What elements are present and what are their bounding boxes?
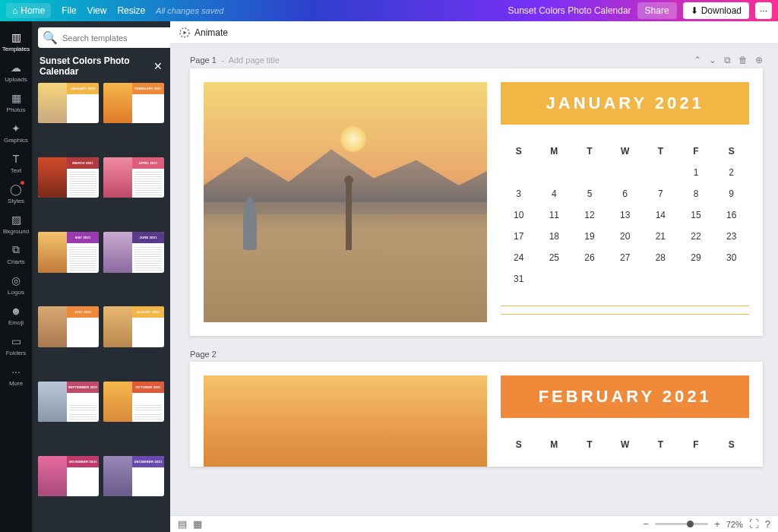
page-2[interactable]: FEBRUARY 2021 SMTWTFS xyxy=(190,362,763,467)
download-button[interactable]: ⬇ Download xyxy=(683,2,749,19)
templates-panel: 🔍 ☰ Sunset Colors Photo Calendar ✕ JANUA… xyxy=(32,21,170,532)
zoom-slider[interactable] xyxy=(655,523,708,525)
template-thumb-11[interactable]: NOVEMBER 2021 xyxy=(38,456,99,496)
calendar-header-jan[interactable]: JANUARY 2021 xyxy=(501,82,749,125)
menu-resize[interactable]: Resize xyxy=(117,5,145,16)
page-1[interactable]: JANUARY 2021 SMTWTFS12345678910111213141… xyxy=(190,68,763,336)
template-thumb-2[interactable]: FEBRUARY 2021 xyxy=(103,83,164,123)
document-name[interactable]: Sunset Colors Photo Calendar xyxy=(508,5,631,16)
animate-button[interactable]: Animate xyxy=(179,27,228,38)
animate-icon xyxy=(179,27,190,38)
logos-icon: ◎ xyxy=(9,274,23,287)
template-thumb-9[interactable]: SEPTEMBER 2021 xyxy=(38,382,99,422)
page-2-calendar[interactable]: FEBRUARY 2021 SMTWTFS xyxy=(501,375,749,467)
rail-item-uploads[interactable]: ☁Uploads xyxy=(0,56,32,87)
page-collapse-icon[interactable]: ⌃ xyxy=(694,55,701,65)
fullscreen-icon[interactable]: ⛶ xyxy=(749,518,759,530)
rail-label: Emoji xyxy=(8,319,24,326)
template-thumb-10[interactable]: OCTOBER 2021 xyxy=(103,382,164,422)
day-cell: 13 xyxy=(607,210,643,220)
template-thumb-8[interactable]: AUGUST 2021 xyxy=(103,306,164,347)
template-thumb-12[interactable]: DECEMBER 2021 xyxy=(103,456,164,496)
day-cell: 12 xyxy=(572,210,608,220)
calendar-notes-jan[interactable] xyxy=(501,298,749,322)
panel-close-button[interactable]: ✕ xyxy=(153,60,163,72)
search-input[interactable] xyxy=(62,33,167,43)
menu-view[interactable]: View xyxy=(87,5,107,16)
page-duplicate-icon[interactable]: ⧉ xyxy=(724,55,731,65)
share-button[interactable]: Share xyxy=(637,2,677,19)
photos-icon: ▦ xyxy=(9,91,23,105)
dow-cell: T xyxy=(572,439,608,450)
rail-item-logos[interactable]: ◎Logos xyxy=(0,269,32,299)
page-1-title-hint[interactable]: Add page title xyxy=(229,55,280,65)
template-thumb-1[interactable]: JANUARY 2021 xyxy=(38,83,99,123)
day-cell: 11 xyxy=(536,210,572,220)
calendar-grid-feb: SMTWTFS xyxy=(501,439,749,450)
rail-item-styles[interactable]: ◯Styles xyxy=(0,178,32,208)
home-icon: ⌂ xyxy=(12,5,17,16)
day-cell xyxy=(607,167,643,178)
page-add-icon[interactable]: ⊕ xyxy=(755,55,763,65)
template-thumbs: JANUARY 2021FEBRUARY 2021MARCH 2021APRIL… xyxy=(32,83,170,532)
help-icon[interactable]: ? xyxy=(765,518,770,530)
home-button[interactable]: ⌂ Home xyxy=(6,3,51,18)
dow-cell: T xyxy=(572,146,608,157)
template-thumb-6[interactable]: JUNE 2021 xyxy=(103,232,164,272)
rail-item-text[interactable]: TText xyxy=(0,147,32,178)
rail-label: Photos xyxy=(7,106,26,113)
template-thumb-5[interactable]: MAY 2021 xyxy=(38,232,99,272)
zoom-in-icon[interactable]: + xyxy=(714,518,720,530)
rail-label: Charts xyxy=(7,258,25,265)
dow-cell: T xyxy=(643,439,678,450)
zoom-value: 72% xyxy=(726,520,743,529)
day-cell xyxy=(643,167,678,178)
page-1-calendar[interactable]: JANUARY 2021 SMTWTFS12345678910111213141… xyxy=(501,82,749,322)
rail-item-bkground[interactable]: ▨Bkground xyxy=(0,208,32,239)
menu-file[interactable]: File xyxy=(62,5,76,16)
rail-label: Templates xyxy=(2,46,30,52)
dow-cell: F xyxy=(678,146,714,157)
pages-view-icon[interactable]: ▤ xyxy=(178,518,187,530)
rail-item-more[interactable]: ···More xyxy=(0,360,32,391)
search-box[interactable]: 🔍 xyxy=(38,27,172,48)
rail-item-graphics[interactable]: ✦Graphics xyxy=(0,117,32,147)
page-delete-icon[interactable]: 🗑 xyxy=(738,55,748,65)
bkground-icon: ▨ xyxy=(9,213,23,226)
day-cell: 29 xyxy=(678,252,714,263)
day-cell: 9 xyxy=(713,188,749,199)
page-down-icon[interactable]: ⌄ xyxy=(709,55,716,65)
template-thumb-4[interactable]: APRIL 2021 xyxy=(103,157,164,198)
day-cell: 1 xyxy=(678,167,714,178)
day-cell: 18 xyxy=(536,231,572,242)
template-thumb-3[interactable]: MARCH 2021 xyxy=(38,157,99,198)
day-cell: 22 xyxy=(678,231,714,242)
calendar-grid-jan: SMTWTFS123456789101112131415161718192021… xyxy=(501,146,749,284)
rail-item-templates[interactable]: ▥Templates xyxy=(0,26,32,56)
panel-title: Sunset Colors Photo Calendar xyxy=(40,55,153,77)
day-cell: 4 xyxy=(536,188,572,199)
more-icon: ··· xyxy=(9,365,23,378)
rail-item-charts[interactable]: ⧉Charts xyxy=(0,239,32,269)
canvas-scroll[interactable]: Page 1 - Add page title ⌃ ⌄ ⧉ 🗑 ⊕ xyxy=(170,44,778,515)
dow-cell: M xyxy=(536,439,572,450)
rail-item-emoji[interactable]: ☻Emoji xyxy=(0,299,32,330)
calendar-header-feb[interactable]: FEBRUARY 2021 xyxy=(501,375,749,418)
template-thumb-7[interactable]: JULY 2021 xyxy=(38,306,99,347)
more-button[interactable]: ··· xyxy=(755,2,772,19)
zoom-out-icon[interactable]: − xyxy=(644,518,650,530)
page-1-photo[interactable] xyxy=(204,82,487,322)
page-2-photo[interactable] xyxy=(204,375,487,467)
day-cell: 3 xyxy=(501,188,536,199)
dow-cell: W xyxy=(607,146,643,157)
rail-label: Folders xyxy=(6,350,27,356)
day-cell: 30 xyxy=(713,252,749,263)
topbar: ⌂ Home File View Resize All changes save… xyxy=(0,0,778,21)
grid-view-icon[interactable]: ▦ xyxy=(193,518,202,530)
rail-item-folders[interactable]: ▭Folders xyxy=(0,330,32,360)
styles-icon: ◯ xyxy=(9,182,23,196)
rail-item-photos[interactable]: ▦Photos xyxy=(0,87,32,117)
dow-cell: M xyxy=(536,146,572,157)
day-cell: 21 xyxy=(643,231,678,242)
uploads-icon: ☁ xyxy=(9,61,23,74)
